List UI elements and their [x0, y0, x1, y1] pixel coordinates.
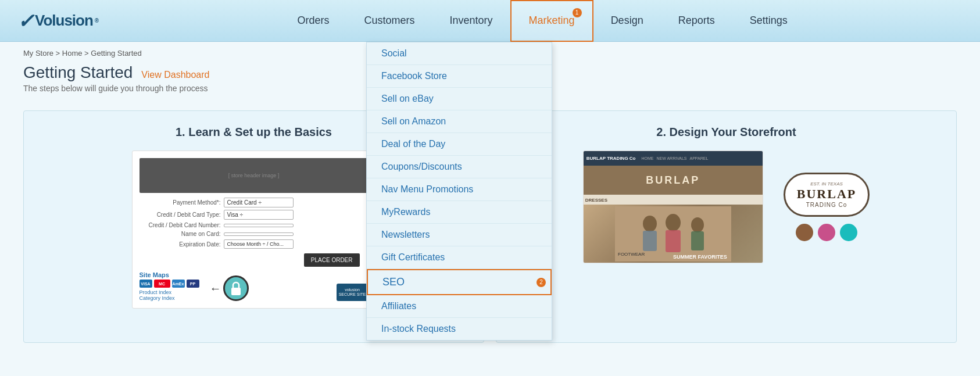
- site-maps-section: Site Maps VISA MC AmEx PP Product Index …: [140, 271, 199, 301]
- burlap-dot-pink: [818, 224, 835, 241]
- view-dashboard-link[interactable]: View Dashboard: [141, 70, 209, 80]
- expiration-input: Choose Month ÷ / Cho...: [224, 239, 294, 249]
- dropdown-instock-requests[interactable]: In-stock Requests: [367, 318, 552, 340]
- checkout-bottom: Site Maps VISA MC AmEx PP Product Index …: [140, 271, 369, 301]
- expiration-label: Expiration Date:: [140, 241, 221, 248]
- burlap-dresses-label: DRESSES: [585, 198, 607, 203]
- nav-orders[interactable]: Orders: [280, 0, 347, 42]
- seo-badge: 2: [537, 278, 546, 287]
- category-index-link[interactable]: Category Index: [140, 295, 199, 301]
- dropdown-social[interactable]: Social: [367, 42, 552, 65]
- card-type-label: Credit / Debit Card Type:: [140, 212, 221, 218]
- paypal-icon: PP: [187, 280, 199, 288]
- card-name-input: [224, 232, 294, 236]
- burlap-banner-text: BURLAP: [646, 174, 700, 187]
- burlap-product-image: FOOTWEAR SUMMER FAVORITES: [584, 205, 763, 263]
- svg-point-6: [691, 217, 704, 232]
- card-name-label: Name on Card:: [140, 231, 221, 237]
- burlap-nav-new: NEW ARRIVALS: [657, 156, 687, 160]
- arrow-left-icon: ←: [210, 282, 221, 295]
- card-number-label: Credit / Debit Card Number:: [140, 222, 221, 228]
- burlap-logo-name: BURLAP: [797, 187, 856, 202]
- nav-marketing[interactable]: Marketing 1: [510, 0, 593, 42]
- people-illustration: FOOTWEAR SUMMER FAVORITES: [615, 206, 731, 262]
- burlap-store-mock: BURLAP TRADING Co HOME NEW ARRIVALS APPA…: [583, 151, 763, 263]
- amex-icon: AmEx: [172, 280, 185, 288]
- burlap-trading-text: TRADING Co: [797, 202, 856, 208]
- card-name-row: Name on Card:: [140, 231, 369, 237]
- dropdown-coupons[interactable]: Coupons/Discounts: [367, 156, 552, 178]
- site-maps-title: Site Maps: [140, 271, 199, 278]
- payment-method-value: Credit Card ÷: [224, 198, 294, 207]
- marketing-badge: 1: [573, 8, 582, 17]
- product-index-link[interactable]: Product Index: [140, 289, 199, 295]
- card-number-input: [224, 224, 294, 227]
- burlap-category-bar: DRESSES: [584, 195, 763, 205]
- burlap-color-dots: [796, 224, 857, 241]
- dropdown-newsletters[interactable]: Newsletters: [367, 224, 552, 246]
- card-type-row: Credit / Debit Card Type: Visa ÷: [140, 210, 369, 220]
- storefront-images: BURLAP TRADING Co HOME NEW ARRIVALS APPA…: [583, 151, 870, 263]
- section2-image-area: BURLAP TRADING Co HOME NEW ARRIVALS APPA…: [508, 151, 945, 263]
- logo-registered: ®: [95, 17, 99, 24]
- dropdown-sell-amazon[interactable]: Sell on Amazon: [367, 110, 552, 133]
- burlap-est: EST. IN TEXAS: [797, 181, 856, 187]
- burlap-logo-area: EST. IN TEXAS BURLAP TRADING Co: [772, 173, 870, 241]
- svg-text:SUMMER FAVORITES: SUMMER FAVORITES: [673, 254, 727, 260]
- mastercard-icon: MC: [154, 280, 170, 288]
- dropdown-deal-of-the-day[interactable]: Deal of the Day: [367, 133, 552, 156]
- nav-settings[interactable]: Settings: [732, 0, 805, 42]
- burlap-banner: BURLAP: [584, 166, 763, 195]
- svg-rect-3: [643, 231, 657, 251]
- dropdown-sell-ebay[interactable]: Sell on eBay: [367, 88, 552, 110]
- dropdown-gift-certificates[interactable]: Gift Certificates: [367, 246, 552, 269]
- checkout-mock: [ store header image ] Payment Method*: …: [132, 151, 376, 309]
- section2-card: 2. Design Your Storefront BURLAP TRADING…: [496, 110, 957, 343]
- logo-text: Volusion: [35, 12, 93, 30]
- payment-method-row: Payment Method*: Credit Card ÷: [140, 198, 369, 207]
- svg-rect-0: [231, 288, 241, 295]
- logo: ✓ Volusion ®: [17, 9, 99, 33]
- svg-point-2: [643, 216, 657, 232]
- burlap-dot-teal: [840, 224, 857, 241]
- nav-items: Orders Customers Inventory Marketing 1 D…: [122, 0, 963, 42]
- navbar: ✓ Volusion ® Orders Customers Inventory …: [0, 0, 980, 42]
- dropdown-affiliates[interactable]: Affiliates: [367, 295, 552, 318]
- nav-reports[interactable]: Reports: [661, 0, 732, 42]
- svg-rect-7: [691, 231, 704, 250]
- burlap-brand-nav: BURLAP TRADING Co: [586, 156, 636, 161]
- burlap-nav-apparel: APPAREL: [690, 156, 709, 160]
- page-title: Getting Started: [23, 63, 133, 82]
- section2-title: 2. Design Your Storefront: [508, 126, 945, 139]
- svg-point-4: [666, 214, 681, 231]
- dropdown-myrewards[interactable]: MyRewards: [367, 201, 552, 224]
- dropdown-nav-menu-promotions[interactable]: Nav Menu Promotions: [367, 178, 552, 201]
- card-type-value: Visa ÷: [224, 210, 294, 220]
- place-order-button[interactable]: PLACE ORDER: [304, 253, 360, 267]
- svg-text:FOOTWEAR: FOOTWEAR: [618, 252, 645, 257]
- burlap-nav-home: HOME: [642, 156, 654, 160]
- expiration-row: Expiration Date: Choose Month ÷ / Cho...: [140, 239, 369, 249]
- logo-v-icon: ✓: [17, 9, 34, 33]
- lock-icon: [223, 275, 249, 301]
- svg-rect-5: [666, 230, 681, 252]
- dropdown-facebook-store[interactable]: Facebook Store: [367, 65, 552, 88]
- nav-customers[interactable]: Customers: [347, 0, 432, 42]
- burlap-dot-brown: [796, 224, 813, 241]
- checkout-header-image: [ store header image ]: [140, 158, 369, 193]
- marketing-dropdown: Social Facebook Store Sell on eBay Sell …: [366, 42, 552, 341]
- burlap-logo-frame: EST. IN TEXAS BURLAP TRADING Co: [784, 173, 870, 217]
- dropdown-seo[interactable]: SEO 2: [367, 269, 552, 295]
- burlap-nav: BURLAP TRADING Co HOME NEW ARRIVALS APPA…: [584, 151, 763, 166]
- nav-design[interactable]: Design: [593, 0, 661, 42]
- ssl-badge: volusion SECURE SITE: [337, 284, 369, 301]
- logo-area: ✓ Volusion ®: [17, 9, 99, 33]
- card-number-row: Credit / Debit Card Number:: [140, 222, 369, 228]
- payment-method-label: Payment Method*:: [140, 199, 221, 206]
- visa-icon: VISA: [140, 280, 152, 288]
- nav-inventory[interactable]: Inventory: [432, 0, 510, 42]
